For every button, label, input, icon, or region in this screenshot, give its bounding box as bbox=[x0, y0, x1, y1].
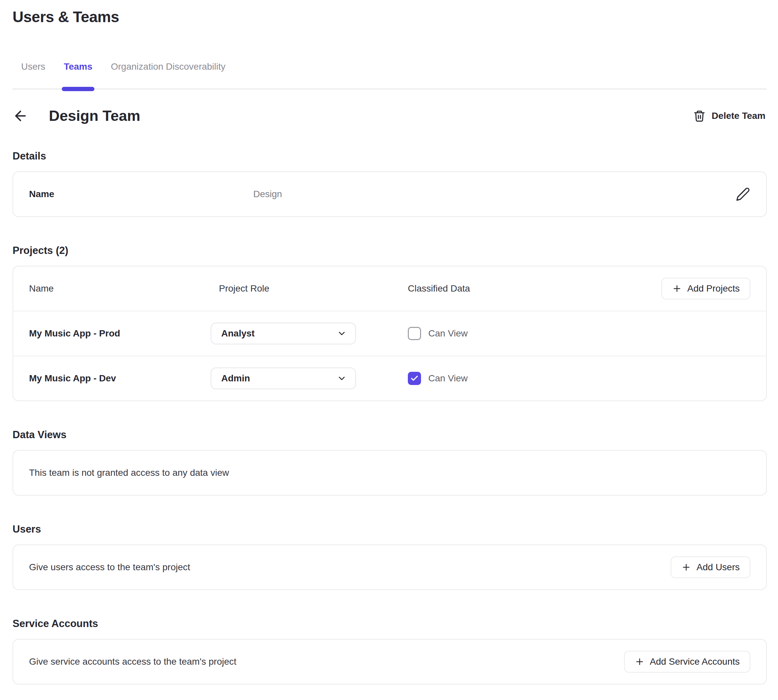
projects-table-header: Name Project Role Classified Data Add Pr… bbox=[13, 267, 766, 311]
project-role-select[interactable]: Admin bbox=[211, 368, 356, 389]
chevron-down-icon bbox=[337, 328, 347, 338]
project-name: My Music App - Dev bbox=[29, 373, 211, 384]
users-card: Give users access to the team's project … bbox=[13, 545, 767, 590]
arrow-left-icon bbox=[13, 108, 28, 124]
data-views-empty-text: This team is not granted access to any d… bbox=[29, 468, 229, 478]
tab-bar: Users Teams Organization Discoverability bbox=[13, 62, 767, 90]
service-accounts-heading: Service Accounts bbox=[13, 618, 767, 630]
edit-name-button[interactable] bbox=[736, 187, 750, 202]
add-users-button[interactable]: Add Users bbox=[671, 557, 750, 578]
add-service-accounts-label: Add Service Accounts bbox=[650, 657, 740, 667]
classified-data-cell: Can View bbox=[408, 372, 750, 385]
users-heading: Users bbox=[13, 523, 767, 535]
team-header: Design Team Delete Team bbox=[13, 107, 767, 125]
can-view-checkbox[interactable] bbox=[408, 327, 421, 340]
details-card: Name Design bbox=[13, 172, 767, 217]
name-field-label: Name bbox=[29, 189, 253, 200]
column-header-classified-data: Classified Data bbox=[408, 283, 661, 294]
add-users-label: Add Users bbox=[696, 562, 740, 573]
project-name: My Music App - Prod bbox=[29, 328, 211, 339]
projects-card: Name Project Role Classified Data Add Pr… bbox=[13, 266, 767, 401]
delete-team-button[interactable]: Delete Team bbox=[692, 110, 767, 122]
can-view-checkbox[interactable] bbox=[408, 372, 421, 385]
projects-heading: Projects (2) bbox=[13, 245, 767, 257]
add-projects-button[interactable]: Add Projects bbox=[661, 278, 750, 300]
page-title: Users & Teams bbox=[13, 8, 767, 26]
data-views-card: This team is not granted access to any d… bbox=[13, 450, 767, 496]
team-title: Design Team bbox=[49, 107, 140, 125]
service-accounts-description: Give service accounts access to the team… bbox=[29, 657, 237, 667]
add-projects-label: Add Projects bbox=[687, 283, 740, 294]
chevron-down-icon bbox=[337, 373, 347, 383]
add-service-accounts-button[interactable]: Add Service Accounts bbox=[624, 651, 750, 673]
pencil-icon bbox=[736, 187, 750, 202]
check-icon bbox=[410, 374, 419, 383]
project-role-value: Analyst bbox=[221, 328, 255, 339]
can-view-label: Can View bbox=[428, 373, 468, 384]
project-role-value: Admin bbox=[221, 373, 250, 384]
classified-data-cell: Can View bbox=[408, 327, 750, 340]
users-description: Give users access to the team's project bbox=[29, 562, 190, 573]
details-heading: Details bbox=[13, 150, 767, 162]
plus-icon bbox=[672, 283, 682, 293]
data-views-heading: Data Views bbox=[13, 429, 767, 441]
tab-organization-discoverability[interactable]: Organization Discoverability bbox=[111, 62, 225, 88]
back-button[interactable] bbox=[13, 108, 28, 124]
plus-icon bbox=[681, 562, 691, 572]
project-row: My Music App - Prod Analyst Can View bbox=[13, 311, 766, 356]
can-view-label: Can View bbox=[428, 328, 468, 339]
project-role-select[interactable]: Analyst bbox=[211, 323, 356, 344]
service-accounts-card: Give service accounts access to the team… bbox=[13, 639, 767, 685]
project-row: My Music App - Dev Admin Can View bbox=[13, 356, 766, 400]
delete-team-label: Delete Team bbox=[711, 111, 765, 121]
column-header-project-role: Project Role bbox=[211, 283, 408, 294]
plus-icon bbox=[635, 657, 645, 667]
tab-users[interactable]: Users bbox=[21, 62, 45, 88]
name-field-value: Design bbox=[253, 189, 736, 200]
tab-teams[interactable]: Teams bbox=[64, 62, 92, 88]
column-header-name: Name bbox=[29, 283, 211, 294]
page: Users & Teams Users Teams Organization D… bbox=[0, 0, 778, 685]
trash-icon bbox=[693, 110, 706, 122]
